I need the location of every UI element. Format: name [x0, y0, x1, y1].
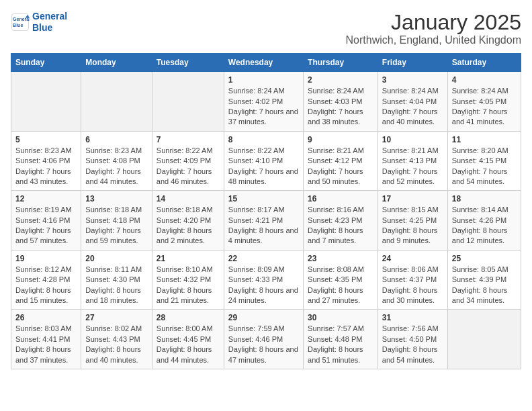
calendar-week-row: 1Sunrise: 8:24 AM Sunset: 4:02 PM Daylig… [11, 72, 521, 132]
calendar-cell: 23Sunrise: 8:08 AM Sunset: 4:35 PM Dayli… [304, 250, 378, 310]
day-number: 21 [157, 254, 220, 263]
day-info: Sunrise: 8:09 AM Sunset: 4:33 PM Dayligh… [228, 265, 299, 306]
day-number: 30 [308, 313, 373, 322]
day-info: Sunrise: 8:06 AM Sunset: 4:37 PM Dayligh… [382, 265, 443, 306]
calendar-cell [81, 72, 152, 132]
day-info: Sunrise: 8:14 AM Sunset: 4:26 PM Dayligh… [452, 205, 517, 246]
calendar-cell: 26Sunrise: 8:03 AM Sunset: 4:41 PM Dayli… [11, 310, 81, 369]
calendar-cell [447, 310, 521, 369]
day-info: Sunrise: 8:16 AM Sunset: 4:23 PM Dayligh… [308, 205, 373, 246]
day-info: Sunrise: 8:22 AM Sunset: 4:10 PM Dayligh… [228, 146, 299, 187]
day-info: Sunrise: 8:24 AM Sunset: 4:04 PM Dayligh… [382, 86, 443, 128]
calendar-cell: 6Sunrise: 8:23 AM Sunset: 4:08 PM Daylig… [81, 131, 152, 191]
day-info: Sunrise: 8:05 AM Sunset: 4:39 PM Dayligh… [452, 265, 517, 306]
day-number: 5 [15, 135, 77, 144]
day-info: Sunrise: 8:18 AM Sunset: 4:18 PM Dayligh… [85, 205, 148, 246]
day-info: Sunrise: 8:03 AM Sunset: 4:41 PM Dayligh… [15, 324, 77, 365]
day-info: Sunrise: 8:02 AM Sunset: 4:43 PM Dayligh… [85, 324, 148, 365]
calendar-cell: 18Sunrise: 8:14 AM Sunset: 4:26 PM Dayli… [447, 191, 521, 250]
day-info: Sunrise: 8:11 AM Sunset: 4:30 PM Dayligh… [85, 265, 148, 306]
logo-text: General Blue [32, 11, 67, 34]
calendar-cell: 2Sunrise: 8:24 AM Sunset: 4:03 PM Daylig… [304, 72, 378, 132]
day-info: Sunrise: 8:18 AM Sunset: 4:20 PM Dayligh… [157, 205, 220, 246]
calendar-cell: 11Sunrise: 8:20 AM Sunset: 4:15 PM Dayli… [447, 131, 521, 191]
calendar-cell: 4Sunrise: 8:24 AM Sunset: 4:05 PM Daylig… [447, 72, 521, 132]
day-info: Sunrise: 8:23 AM Sunset: 4:06 PM Dayligh… [15, 146, 77, 187]
calendar-week-row: 12Sunrise: 8:19 AM Sunset: 4:16 PM Dayli… [11, 191, 521, 250]
day-info: Sunrise: 8:22 AM Sunset: 4:09 PM Dayligh… [157, 146, 220, 187]
calendar-cell: 12Sunrise: 8:19 AM Sunset: 4:16 PM Dayli… [11, 191, 81, 250]
weekday-header-saturday: Saturday [447, 54, 521, 72]
day-info: Sunrise: 8:17 AM Sunset: 4:21 PM Dayligh… [228, 205, 299, 246]
calendar-cell: 30Sunrise: 7:57 AM Sunset: 4:48 PM Dayli… [304, 310, 378, 369]
calendar-cell: 28Sunrise: 8:00 AM Sunset: 4:45 PM Dayli… [152, 310, 224, 369]
day-number: 9 [308, 135, 373, 144]
day-number: 3 [382, 75, 443, 85]
calendar-cell: 9Sunrise: 8:21 AM Sunset: 4:12 PM Daylig… [304, 131, 378, 191]
day-info: Sunrise: 8:10 AM Sunset: 4:32 PM Dayligh… [157, 265, 220, 306]
day-number: 23 [308, 254, 373, 263]
day-info: Sunrise: 7:57 AM Sunset: 4:48 PM Dayligh… [308, 324, 373, 365]
calendar-cell: 31Sunrise: 7:56 AM Sunset: 4:50 PM Dayli… [378, 310, 447, 369]
calendar-cell: 15Sunrise: 8:17 AM Sunset: 4:21 PM Dayli… [224, 191, 303, 250]
day-number: 10 [382, 135, 443, 144]
weekday-header-sunday: Sunday [11, 54, 81, 72]
day-number: 11 [452, 135, 517, 144]
day-info: Sunrise: 7:59 AM Sunset: 4:46 PM Dayligh… [228, 324, 299, 365]
day-info: Sunrise: 8:24 AM Sunset: 4:02 PM Dayligh… [228, 86, 299, 128]
calendar-cell: 1Sunrise: 8:24 AM Sunset: 4:02 PM Daylig… [224, 72, 303, 132]
calendar-cell: 3Sunrise: 8:24 AM Sunset: 4:04 PM Daylig… [378, 72, 447, 132]
day-number: 18 [452, 194, 517, 203]
svg-rect-0 [12, 13, 29, 30]
day-info: Sunrise: 8:21 AM Sunset: 4:12 PM Dayligh… [308, 146, 373, 187]
calendar-week-row: 5Sunrise: 8:23 AM Sunset: 4:06 PM Daylig… [11, 131, 521, 191]
logo-icon: General Blue [11, 13, 30, 32]
calendar-cell: 25Sunrise: 8:05 AM Sunset: 4:39 PM Dayli… [447, 250, 521, 310]
day-number: 2 [308, 75, 373, 85]
calendar-cell: 19Sunrise: 8:12 AM Sunset: 4:28 PM Dayli… [11, 250, 81, 310]
calendar-cell: 27Sunrise: 8:02 AM Sunset: 4:43 PM Dayli… [81, 310, 152, 369]
day-number: 12 [15, 194, 77, 203]
day-info: Sunrise: 8:08 AM Sunset: 4:35 PM Dayligh… [308, 265, 373, 306]
weekday-header-friday: Friday [378, 54, 447, 72]
weekday-header-thursday: Thursday [304, 54, 378, 72]
day-number: 15 [228, 194, 299, 203]
weekday-header-tuesday: Tuesday [152, 54, 224, 72]
calendar-cell: 22Sunrise: 8:09 AM Sunset: 4:33 PM Dayli… [224, 250, 303, 310]
day-number: 19 [15, 254, 77, 263]
title-block: January 2025 Northwich, England, United … [346, 11, 521, 46]
calendar-week-row: 19Sunrise: 8:12 AM Sunset: 4:28 PM Dayli… [11, 250, 521, 310]
logo: General Blue General Blue [11, 11, 67, 34]
day-number: 27 [85, 313, 148, 322]
day-number: 29 [228, 313, 299, 322]
svg-text:Blue: Blue [13, 23, 23, 28]
calendar-cell: 24Sunrise: 8:06 AM Sunset: 4:37 PM Dayli… [378, 250, 447, 310]
day-number: 28 [157, 313, 220, 322]
calendar-cell: 5Sunrise: 8:23 AM Sunset: 4:06 PM Daylig… [11, 131, 81, 191]
calendar-cell: 10Sunrise: 8:21 AM Sunset: 4:13 PM Dayli… [378, 131, 447, 191]
calendar-cell: 7Sunrise: 8:22 AM Sunset: 4:09 PM Daylig… [152, 131, 224, 191]
calendar-cell: 14Sunrise: 8:18 AM Sunset: 4:20 PM Dayli… [152, 191, 224, 250]
day-info: Sunrise: 7:56 AM Sunset: 4:50 PM Dayligh… [382, 324, 443, 365]
day-info: Sunrise: 8:21 AM Sunset: 4:13 PM Dayligh… [382, 146, 443, 187]
day-info: Sunrise: 8:00 AM Sunset: 4:45 PM Dayligh… [157, 324, 220, 365]
calendar-title: January 2025 [346, 11, 521, 34]
calendar-cell: 29Sunrise: 7:59 AM Sunset: 4:46 PM Dayli… [224, 310, 303, 369]
day-number: 24 [382, 254, 443, 263]
day-info: Sunrise: 8:19 AM Sunset: 4:16 PM Dayligh… [15, 205, 77, 246]
weekday-header-monday: Monday [81, 54, 152, 72]
day-number: 20 [85, 254, 148, 263]
calendar-cell [11, 72, 81, 132]
day-number: 6 [85, 135, 148, 144]
calendar-cell: 16Sunrise: 8:16 AM Sunset: 4:23 PM Dayli… [304, 191, 378, 250]
weekday-header-wednesday: Wednesday [224, 54, 303, 72]
day-info: Sunrise: 8:20 AM Sunset: 4:15 PM Dayligh… [452, 146, 517, 187]
day-number: 31 [382, 313, 443, 322]
weekday-header-row: SundayMondayTuesdayWednesdayThursdayFrid… [11, 54, 521, 72]
calendar-week-row: 26Sunrise: 8:03 AM Sunset: 4:41 PM Dayli… [11, 310, 521, 369]
calendar-cell [152, 72, 224, 132]
page-header: General Blue General Blue January 2025 N… [11, 11, 521, 46]
calendar-table: SundayMondayTuesdayWednesdayThursdayFrid… [11, 53, 521, 369]
day-number: 13 [85, 194, 148, 203]
day-number: 26 [15, 313, 77, 322]
